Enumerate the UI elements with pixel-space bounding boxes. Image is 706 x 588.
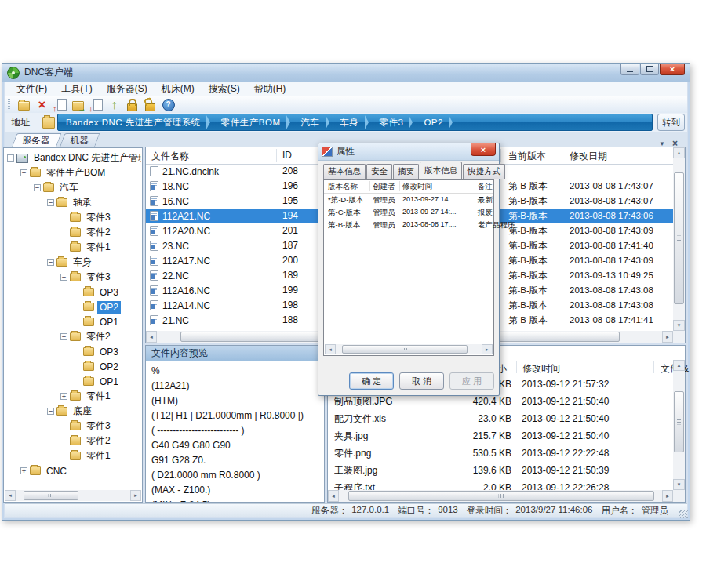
tree-item[interactable]: − 底座 xyxy=(5,404,141,419)
scroll-down-arrow[interactable]: ▼ xyxy=(673,320,685,331)
menu-item[interactable]: 服务器(S) xyxy=(100,81,155,97)
tree-item[interactable]: + 零件1 xyxy=(5,389,141,404)
attachment-row[interactable]: 工装图.jpg 139.6 KB 2013-09-12 21:50:39 xyxy=(328,462,673,479)
menu-item[interactable]: 搜索(S) xyxy=(202,81,247,97)
close-button[interactable]: × xyxy=(660,64,685,75)
tree-item[interactable]: − 汽车 xyxy=(5,180,141,195)
resize-grip[interactable] xyxy=(679,510,688,518)
version-row[interactable]: 第-C-版本 管理员 2013-09-27 14:... 报废 xyxy=(324,206,493,219)
tree-item[interactable]: − 轴承 xyxy=(5,195,141,210)
help-icon[interactable] xyxy=(161,98,176,111)
dialog-tab[interactable]: 安全 xyxy=(366,164,392,179)
column-separator[interactable] xyxy=(276,149,277,162)
upload-arrow-icon[interactable] xyxy=(107,98,122,111)
maximize-button[interactable] xyxy=(640,64,659,75)
column-header-name[interactable]: 文件名称 xyxy=(151,150,189,163)
dialog-tab[interactable]: 快捷方式 xyxy=(463,164,505,179)
view-tab[interactable]: 机器 xyxy=(59,133,100,147)
column-header-time[interactable]: 修改时间 xyxy=(522,362,560,376)
new-folder-icon[interactable] xyxy=(16,98,31,111)
tree-item[interactable]: 零件2 xyxy=(5,225,141,240)
scroll-down-arrow[interactable]: ▼ xyxy=(673,479,685,490)
scroll-left-arrow[interactable]: ◄ xyxy=(5,490,16,501)
version-row[interactable]: *第-D-版本 管理员 2013-09-27 14:... 最新 xyxy=(324,194,493,206)
expand-toggle-icon[interactable]: + xyxy=(60,393,67,400)
file-list-vertical-scrollbar[interactable]: ▲ ▼ xyxy=(673,147,685,331)
column-header-id[interactable]: ID xyxy=(282,150,292,161)
expand-toggle-icon[interactable]: − xyxy=(47,199,54,206)
delete-icon[interactable] xyxy=(35,98,49,111)
column-separator[interactable] xyxy=(399,181,400,191)
tree-item[interactable]: − 零件生产BOM xyxy=(5,165,141,180)
tree-item[interactable]: 零件1 xyxy=(5,240,141,255)
column-separator[interactable] xyxy=(369,181,370,191)
breadcrumb-segment[interactable]: 零件3 xyxy=(372,114,417,130)
version-list-horizontal-scrollbar[interactable]: ◄ ► xyxy=(325,344,493,354)
ok-button[interactable]: 确 定 xyxy=(349,372,394,390)
lock-icon[interactable] xyxy=(125,98,140,111)
column-header-creator[interactable]: 创建者 xyxy=(373,182,395,192)
dialog-tab[interactable]: 摘要 xyxy=(393,164,419,179)
dialog-close-button[interactable]: × xyxy=(471,143,496,156)
cancel-button[interactable]: 取 消 xyxy=(399,372,444,390)
title-bar[interactable]: DNC客户端 xyxy=(2,64,690,82)
dialog-title-bar[interactable]: 属性 × xyxy=(318,143,499,161)
scroll-track[interactable] xyxy=(336,344,482,354)
tree-item[interactable]: − Bandex DNC 先进生产管理系统 xyxy=(5,151,141,165)
tree-horizontal-scrollbar[interactable]: ◄ ► xyxy=(5,490,141,501)
scroll-right-arrow[interactable]: ► xyxy=(662,490,673,502)
attachment-row[interactable]: 子程序.txt 2.0 KB 2013-09-12 22:26:28 xyxy=(328,479,673,490)
tree-item[interactable]: OP1 xyxy=(5,374,141,389)
tree-item[interactable]: OP1 xyxy=(5,314,141,329)
tree-item[interactable]: 零件2 xyxy=(5,434,141,448)
tree-item[interactable]: OP2 xyxy=(5,359,141,374)
menu-item[interactable]: 机床(M) xyxy=(155,81,202,97)
scroll-right-arrow[interactable]: ► xyxy=(482,344,493,354)
export-folder-icon[interactable] xyxy=(71,98,86,111)
breadcrumb-segment[interactable]: 车身 xyxy=(333,114,372,130)
expand-toggle-icon[interactable]: − xyxy=(47,408,54,415)
attachment-row[interactable]: 零件.png 530.5 KB 2013-09-12 22:22:48 xyxy=(328,445,673,462)
scroll-track[interactable] xyxy=(339,490,662,502)
scroll-up-arrow[interactable]: ▲ xyxy=(673,147,685,158)
scroll-track[interactable] xyxy=(673,371,685,479)
checkin-file-icon[interactable] xyxy=(53,98,67,111)
tree-item[interactable]: OP3 xyxy=(5,344,141,359)
tree-item[interactable]: − 车身 xyxy=(5,255,141,270)
scroll-track[interactable] xyxy=(16,490,130,501)
tree-item[interactable]: 零件3 xyxy=(5,419,141,434)
attachment-horizontal-scrollbar[interactable]: ◄ ► xyxy=(328,490,673,502)
tree-item[interactable]: − 零件3 xyxy=(5,270,141,285)
minimize-button[interactable] xyxy=(620,64,639,75)
menu-item[interactable]: 工具(T) xyxy=(54,81,99,97)
breadcrumb-segment[interactable]: 零件生产BOM xyxy=(213,114,293,130)
column-separator[interactable] xyxy=(475,181,475,191)
column-header-note[interactable]: 备注 xyxy=(478,182,493,192)
column-separator[interactable] xyxy=(500,149,501,162)
go-button[interactable]: 转到 xyxy=(657,114,685,131)
column-separator[interactable] xyxy=(516,361,517,373)
scroll-left-arrow[interactable]: ◄ xyxy=(328,490,339,502)
expand-toggle-icon[interactable]: − xyxy=(20,169,27,176)
dialog-tab[interactable]: 版本信息 xyxy=(420,162,462,179)
breadcrumb-segment[interactable]: 汽车 xyxy=(293,114,333,130)
expand-toggle-icon[interactable]: + xyxy=(20,467,27,474)
column-separator[interactable] xyxy=(653,361,654,373)
scroll-thumb[interactable] xyxy=(674,172,684,304)
scroll-thumb[interactable] xyxy=(24,491,78,500)
scroll-right-arrow[interactable]: ► xyxy=(130,490,141,501)
expand-toggle-icon[interactable]: − xyxy=(7,154,14,162)
tree-item[interactable]: + CNC xyxy=(5,463,141,478)
tree-item[interactable]: 零件1 xyxy=(5,448,141,463)
attachment-row[interactable]: 配刀文件.xls 23.0 KB 2013-09-12 21:50:40 xyxy=(328,410,673,427)
column-header-date[interactable]: 修改日期 xyxy=(570,150,607,163)
tree-item[interactable]: OP2 xyxy=(5,299,141,314)
dialog-tab[interactable]: 基本信息 xyxy=(323,164,366,179)
scroll-thumb[interactable] xyxy=(348,491,654,501)
menu-item[interactable]: 文件(F) xyxy=(9,81,54,97)
toolbar-grip[interactable] xyxy=(8,99,10,111)
scroll-left-arrow[interactable]: ◄ xyxy=(146,331,157,343)
unlock-icon[interactable] xyxy=(143,98,158,111)
breadcrumb-segment[interactable]: OP2 xyxy=(416,114,456,130)
scroll-left-arrow[interactable]: ◄ xyxy=(325,344,336,354)
